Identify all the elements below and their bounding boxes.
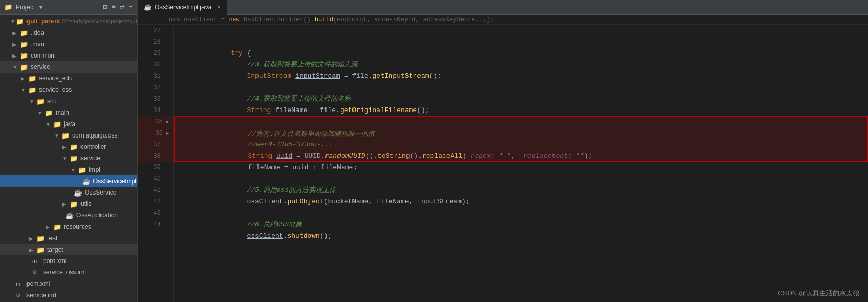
tree-item-service[interactable]: ▼ 📁 service — [0, 61, 137, 73]
line-num-42: 42 — [154, 198, 161, 205]
tree-item-java[interactable]: ▼ 📁 java — [0, 118, 137, 130]
tab-close-icon[interactable]: ✕ — [216, 4, 221, 10]
line-num-37: 37 — [154, 141, 161, 148]
code-line-32: //4.获取到将要上传的文件的名称 — [174, 82, 868, 93]
line-num-32: 32 — [154, 84, 161, 91]
line-num-44: 44 — [154, 221, 161, 228]
line-num-35: 35 — [156, 118, 163, 126]
code-line-30: InputStream inputStream = file.getInputS… — [174, 59, 868, 71]
tab-java-icon: ☕ — [144, 4, 152, 11]
tree-item-service-pkg[interactable]: ▼ 📁 service — [0, 153, 137, 164]
tree-item-service-edu[interactable]: ▶ 📁 service_edu — [0, 73, 137, 84]
scope-icon[interactable]: ⊞ — [103, 3, 107, 11]
line-num-34: 34 — [154, 107, 161, 114]
tree-item-com-atguigu-oss[interactable]: ▼ 📁 com.atguigu.oss — [0, 130, 137, 141]
sidebar-header: 📁 Project ▼ ⊞ ≡ ⇄ − — [0, 0, 137, 15]
line-num-33: 33 — [154, 95, 161, 103]
line-num-28: 28 — [154, 38, 161, 46]
code-line-35: //完善:在文件名称里面添加随机唯一的值 — [174, 116, 868, 128]
tree-item-test[interactable]: ▶ 📁 test — [0, 232, 137, 244]
sidebar-dropdown-icon[interactable]: ▼ — [39, 4, 43, 10]
code-line-40: //5.调用oss的方法实现上传 — [174, 173, 868, 185]
collapse-all-icon[interactable]: ≡ — [112, 3, 116, 11]
file-tree: ▼ 📁 guli_parent D:\study\java\code\proje… — [0, 15, 137, 302]
tree-item-oss-service[interactable]: ☕ OssService — [0, 187, 137, 198]
line-num-40: 40 — [154, 175, 161, 183]
tree-item-mvn[interactable]: ▶ 📁 .mvn — [0, 38, 137, 50]
code-line-27 — [174, 25, 868, 36]
code-line-44: ossClient.shutdown(); — [174, 219, 868, 230]
line-num-30: 30 — [154, 61, 161, 68]
code-area[interactable]: 27 28 29 30 31 32 33 34 35▶ 36▶ 37 38 39… — [138, 25, 868, 302]
line-num-27: 27 — [154, 27, 161, 34]
tree-item-main[interactable]: ▼ 📁 main — [0, 107, 137, 118]
line-num-31: 31 — [154, 73, 161, 80]
tree-item-oss-service-impl[interactable]: ☕ OssServiceImpl — [0, 175, 137, 187]
tab-label: OssServiceImpl.java — [155, 4, 211, 11]
watermark: CSDN @认真生活的灰太狼 — [778, 289, 860, 298]
code-line-34 — [174, 105, 868, 116]
code-line-42 — [174, 196, 868, 208]
tree-item-pom-oss-xml[interactable]: m pom.xml — [0, 255, 137, 267]
code-line-38: fileName = uuid + fileName; — [174, 150, 868, 162]
project-icon: 📁 — [4, 3, 12, 11]
expand-icon[interactable]: ⇄ — [120, 3, 124, 11]
tree-item-controller[interactable]: ▶ 📁 controller — [0, 141, 137, 153]
tree-item-service-iml[interactable]: ⚙ service.iml — [0, 290, 137, 301]
code-line-43: //6.关闭OSS对象 — [174, 208, 868, 219]
editor: ☕ OssServiceImpl.java ✕ oss ossClient = … — [138, 0, 868, 302]
tree-item-idea[interactable]: ▶ 📁 .idea — [0, 27, 137, 38]
code-line-36: //wer4-43u5-323oo-... — [174, 128, 868, 139]
code-line-28: try { — [174, 36, 868, 48]
tree-item-common[interactable]: ▶ 📁 common — [0, 50, 137, 61]
sidebar-title: Project — [16, 4, 35, 11]
tree-item-target[interactable]: ▶ 📁 target — [0, 244, 137, 255]
code-line-31 — [174, 71, 868, 82]
tree-item-pom-xml[interactable]: m pom.xml — [0, 278, 137, 290]
line-num-36: 36 — [156, 130, 163, 137]
line-num-38: 38 — [154, 153, 161, 160]
editor-content: oss ossClient = new OssClientBuilder().b… — [138, 15, 868, 302]
code-line-37: String uuid = UUID.randomUUID().toString… — [174, 139, 868, 150]
tree-item-service-oss-iml[interactable]: ⚙ service_oss.iml — [0, 267, 137, 278]
tree-item-src[interactable]: ▼ 📁 src — [0, 95, 137, 107]
code-line-41: ossClient.putObject(bucketName, fileName… — [174, 185, 868, 196]
sidebar-header-icons: ⊞ ≡ ⇄ − — [103, 3, 133, 11]
line-num-39: 39 — [154, 164, 161, 171]
tree-item-guli-parent[interactable]: ▼ 📁 guli_parent D:\study\java\code\proje… — [0, 16, 137, 27]
editor-tab-active[interactable]: ☕ OssServiceImpl.java ✕ — [138, 0, 227, 15]
line-num-41: 41 — [154, 187, 161, 194]
line-num-43: 43 — [154, 210, 161, 217]
tree-item-service-oss[interactable]: ▼ 📁 service_oss — [0, 84, 137, 95]
sidebar: 📁 Project ▼ ⊞ ≡ ⇄ − ▼ 📁 guli_parent D:\s… — [0, 0, 138, 302]
code-line-29: //3.获取到将要上传的文件的输入流 — [174, 48, 868, 59]
tree-item-oss-application[interactable]: ☕ OssApplication — [0, 210, 137, 221]
code-line-39 — [174, 162, 868, 173]
line-num-29: 29 — [154, 50, 161, 57]
code-line-33: String fileName = file.getOriginalFilena… — [174, 93, 868, 105]
tree-item-utils[interactable]: ▶ 📁 utils — [0, 198, 137, 210]
minimize-icon[interactable]: − — [129, 3, 133, 11]
tree-item-impl[interactable]: ▼ 📁 impl — [0, 164, 137, 175]
tree-item-resources[interactable]: ▶ 📁 resources — [0, 221, 137, 232]
scroll-hint-line: oss ossClient = new OssClientBuilder().b… — [169, 16, 494, 23]
code-lines-container[interactable]: try { //3.获取到将要上传的文件的输入流 InputStream inp… — [174, 25, 868, 302]
editor-tabs: ☕ OssServiceImpl.java ✕ — [138, 0, 868, 15]
